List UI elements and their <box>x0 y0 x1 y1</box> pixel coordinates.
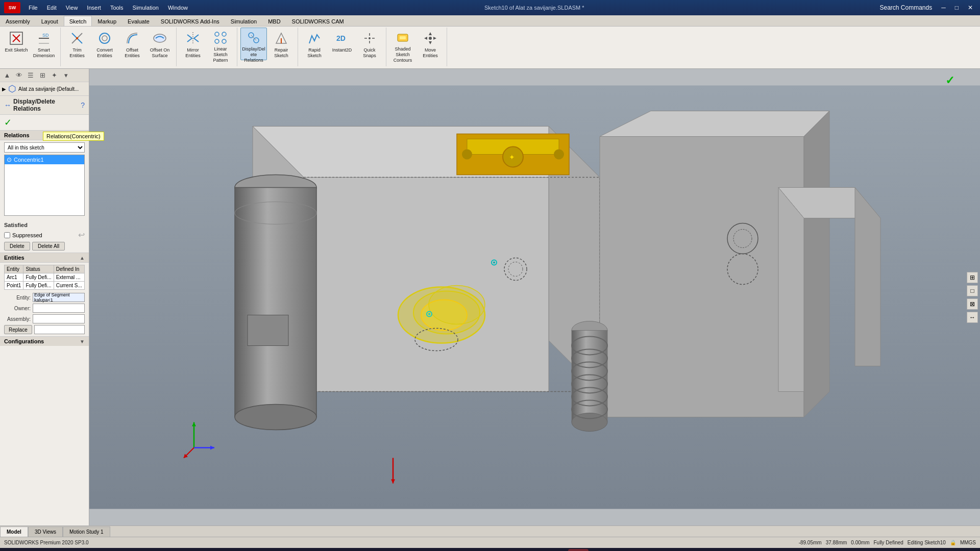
concentric-icon: ⊙ <box>7 156 12 163</box>
breadcrumb-text: Alat za savijanje (Default... <box>18 86 79 92</box>
close-btn[interactable]: ✕ <box>965 3 976 12</box>
menu-simulation[interactable]: Simulation <box>129 4 163 12</box>
ribbon-items-shaded: Shaded Sketch Contours Move Entities <box>389 28 444 66</box>
tab-mbd[interactable]: MBD <box>262 16 286 26</box>
convert-entities-btn[interactable]: Convert Entities <box>91 28 118 60</box>
taskbar-app-solidworks[interactable]: SW <box>568 549 589 551</box>
offset-entities-btn[interactable]: Offset Entities <box>119 28 145 60</box>
smart-dimension-btn[interactable]: SD Smart Dimension <box>31 28 57 60</box>
shaded-sketch-contours-btn[interactable]: Shaded Sketch Contours <box>389 28 416 60</box>
tab-model[interactable]: Model <box>0 527 28 537</box>
taskbar-app-viber[interactable]: 💜 <box>501 549 521 551</box>
mirror-entities-btn[interactable]: Mirror Entities <box>180 28 206 60</box>
editing-status: Editing Sketch10 <box>908 540 946 545</box>
entity-point1-name: Point1 <box>5 282 23 290</box>
offset-on-surface-btn[interactable]: Offset On Surface <box>146 28 173 60</box>
svg-point-57 <box>429 286 485 324</box>
menu-view[interactable]: View <box>62 4 82 12</box>
entity-row-arc1[interactable]: Arc1 Fully Defi... External ... <box>5 273 85 282</box>
svg-point-79 <box>462 149 472 160</box>
viewport[interactable]: ✦ ⊞ □ ⊠ ↔ ✓ <box>89 69 980 525</box>
svg-point-15 <box>215 39 219 43</box>
menu-edit[interactable]: Edit <box>43 4 61 12</box>
ribbon-group-trim: Trim Entities Convert Entities Offset En… <box>63 28 177 66</box>
quick-snaps-btn[interactable]: Quick Snaps <box>356 28 383 60</box>
relations-dropdown[interactable]: All in this sketch <box>4 142 85 153</box>
menu-file[interactable]: File <box>24 4 42 12</box>
right-icon-2[interactable]: □ <box>967 285 978 296</box>
taskbar-app-search[interactable]: 🔍 <box>411 549 431 551</box>
tab-motion-study[interactable]: Motion Study 1 <box>63 527 110 537</box>
taskbar-app-other[interactable]: ⚙️ <box>591 549 611 551</box>
tab-simulation[interactable]: Simulation <box>225 16 262 26</box>
title-bar-right: Search Commands ─ □ ✕ <box>877 3 976 12</box>
ribbon-items-trim: Trim Entities Convert Entities Offset En… <box>64 28 173 66</box>
taskbar-app-red[interactable]: 🔴 <box>546 549 566 551</box>
delete-button[interactable]: Delete <box>4 242 30 251</box>
search-commands-btn[interactable]: Search Commands <box>877 3 936 12</box>
svg-marker-29 <box>429 32 432 35</box>
entities-section-header[interactable]: Entities ▲ <box>0 253 89 263</box>
suppressed-checkbox[interactable] <box>4 232 10 238</box>
defined-status: Fully Defined <box>873 540 903 545</box>
relations-item-concentric1[interactable]: ⊙ Concentric1 <box>5 155 84 164</box>
entity-row-point1[interactable]: Point1 Fully Defi... Current S... <box>5 282 85 290</box>
breadcrumb-arrow[interactable]: ▶ <box>2 86 6 92</box>
panel-help-btn[interactable]: ? <box>81 101 85 109</box>
tab-cam[interactable]: SOLIDWORKS CAM <box>286 16 350 26</box>
quick-snaps-label: Quick Snaps <box>358 47 381 59</box>
taskbar-app-edge[interactable]: 🔵 <box>456 549 476 551</box>
linear-sketch-pattern-btn[interactable]: Linear Sketch Pattern <box>207 28 234 60</box>
convert-entities-icon <box>96 30 113 46</box>
menu-insert[interactable]: Insert <box>83 4 105 12</box>
panel-icon-star[interactable]: ✦ <box>49 70 59 81</box>
configurations-section-header[interactable]: Configurations ▼ <box>0 336 89 346</box>
taskbar-app-firefox[interactable]: 🦊 <box>478 549 499 551</box>
move-entities-btn[interactable]: Move Entities <box>417 28 444 60</box>
replace-button[interactable]: Replace <box>4 325 32 334</box>
display-delete-relations-btn[interactable]: Display/Delete Relations <box>240 28 267 60</box>
ribbon: Assembly Layout Sketch Markup Evaluate S… <box>0 15 980 69</box>
tab-evaluate[interactable]: Evaluate <box>122 16 155 26</box>
trim-entities-btn[interactable]: Trim Entities <box>64 28 90 60</box>
right-icon-1[interactable]: ⊞ <box>967 272 978 283</box>
tab-layout[interactable]: Layout <box>36 16 64 26</box>
accept-checkmark[interactable]: ✓ <box>4 117 12 128</box>
panel-icon-filter[interactable]: ▾ <box>61 70 71 81</box>
minimize-btn[interactable]: ─ <box>938 3 949 12</box>
display-delete-relations-label: Display/Delete Relations <box>242 46 265 63</box>
panel-icon-grid[interactable]: ⊞ <box>37 70 47 81</box>
shaded-sketch-contours-icon <box>395 30 411 45</box>
rapid-sketch-btn[interactable]: Rapid Sketch <box>301 28 328 60</box>
menu-window[interactable]: Window <box>164 4 192 12</box>
right-icon-3[interactable]: ⊠ <box>967 298 978 310</box>
instant2d-btn[interactable]: 2D Instant2D <box>329 28 355 60</box>
tab-sketch[interactable]: Sketch <box>64 16 92 26</box>
tab-markup[interactable]: Markup <box>92 16 122 26</box>
maximize-btn[interactable]: □ <box>952 3 962 12</box>
tab-addins[interactable]: SOLIDWORKS Add-Ins <box>155 16 225 26</box>
svg-point-33 <box>429 37 432 40</box>
taskbar-app-file[interactable]: 📁 <box>433 549 454 551</box>
taskbar-app-chrome[interactable]: 🟡 <box>523 549 544 551</box>
relations-list[interactable]: ⊙ Concentric1 <box>4 155 85 216</box>
right-icon-4[interactable]: ↔ <box>967 312 978 323</box>
windows-start-btn[interactable] <box>4 549 24 551</box>
delete-all-button[interactable]: Delete All <box>32 242 65 251</box>
instant2d-label: Instant2D <box>332 47 352 53</box>
panel-icon-bar: ▲ 👁 ☰ ⊞ ✦ ▾ <box>0 69 89 82</box>
menu-tools[interactable]: Tools <box>106 4 128 12</box>
relations-section-label: Relations <box>4 132 30 138</box>
tab-3d-views[interactable]: 3D Views <box>28 527 63 537</box>
repair-sketch-btn[interactable]: Repair Sketch <box>268 28 295 60</box>
concentric-label: Concentric1 <box>14 157 44 163</box>
tab-assembly[interactable]: Assembly <box>0 16 36 26</box>
panel-icon-arrow[interactable]: ▲ <box>2 70 12 81</box>
entity-col-defined: Defined In <box>54 265 84 273</box>
panel-icon-list[interactable]: ☰ <box>26 70 36 81</box>
svg-rect-62 <box>572 331 607 422</box>
suppressed-row: Suppressed ↩ <box>4 230 85 240</box>
exit-sketch-btn[interactable]: Exit Sketch <box>3 28 30 60</box>
panel-icon-eye[interactable]: 👁 <box>14 70 24 81</box>
offset-on-surface-label: Offset On Surface <box>148 47 172 59</box>
